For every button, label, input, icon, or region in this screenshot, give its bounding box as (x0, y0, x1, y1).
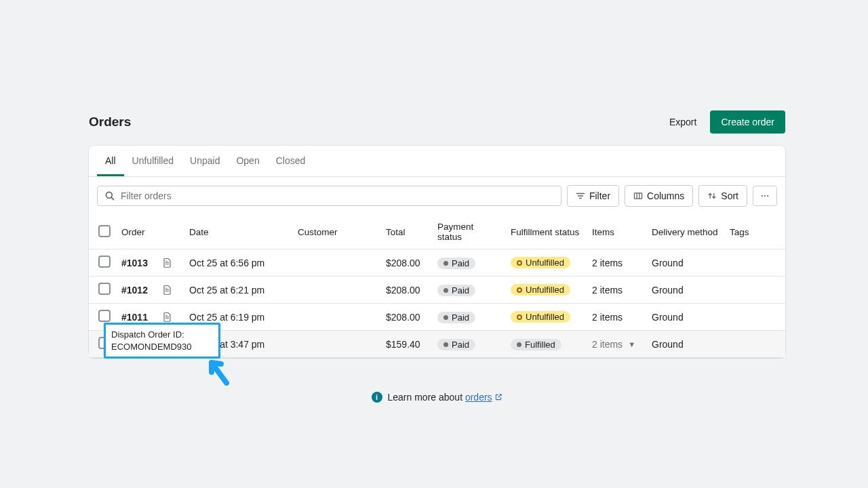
search-icon (104, 190, 115, 201)
cell-total: $208.00 (380, 277, 432, 304)
learn-more-link[interactable]: orders (465, 392, 492, 403)
controls-row: Filter Columns Sort (89, 177, 785, 215)
payment-badge: Paid (437, 339, 475, 350)
tooltip-line1: Dispatch Order ID: (111, 329, 213, 341)
items-cell: 2 items (592, 285, 623, 296)
select-all-checkbox[interactable] (98, 225, 111, 237)
cell-total: $208.00 (380, 304, 432, 331)
col-header-customer[interactable]: Customer (292, 215, 380, 249)
export-button[interactable]: Export (669, 117, 696, 127)
table-row[interactable]: #1012Oct 25 at 6:21 pm$208.00PaidUnfulfi… (89, 277, 785, 304)
fulfillment-badge: Unfulfilled (511, 257, 570, 268)
cell-date: Oct 25 at 6:56 pm (184, 249, 292, 277)
sort-icon (707, 191, 717, 201)
items-cell: 2 items (592, 312, 623, 323)
tab-closed[interactable]: Closed (268, 146, 314, 176)
tab-unfulfilled[interactable]: Unfulfilled (124, 146, 182, 176)
fulfillment-badge: Unfulfilled (511, 284, 570, 296)
columns-icon (633, 191, 643, 201)
table-header-row: Order Date Customer Total Payment status… (89, 215, 785, 249)
col-header-order[interactable]: Order (116, 215, 157, 249)
chevron-down-icon: ▼ (628, 340, 635, 348)
row-checkbox[interactable] (98, 310, 111, 322)
page-header: Orders Export Create order (89, 110, 785, 134)
tab-unpaid[interactable]: Unpaid (182, 146, 228, 176)
cell-total: $208.00 (380, 249, 432, 277)
dispatch-tooltip: Dispatch Order ID: ECOMONDEMD930 (104, 323, 220, 359)
cell-customer (292, 277, 380, 304)
search-wrap[interactable] (97, 186, 561, 206)
order-id-link[interactable]: #1011 (121, 312, 148, 323)
items-cell[interactable]: 2 items ▼ (592, 339, 635, 350)
filter-icon (576, 191, 585, 201)
cell-customer (292, 331, 380, 358)
note-icon[interactable] (162, 258, 178, 268)
learn-more-prefix: Learn more about (388, 392, 465, 403)
external-link-icon (494, 393, 502, 403)
annotation-arrow (208, 357, 231, 386)
cell-delivery: Ground (646, 331, 724, 358)
tooltip-line2: ECOMONDEMD930 (111, 341, 213, 353)
columns-button[interactable]: Columns (625, 185, 693, 207)
cell-customer (292, 249, 380, 277)
filter-label: Filter (589, 190, 610, 201)
filter-button[interactable]: Filter (567, 185, 619, 207)
cell-customer (292, 304, 380, 331)
row-checkbox[interactable] (98, 283, 111, 295)
col-header-delivery[interactable]: Delivery method (646, 215, 724, 249)
more-icon (760, 191, 770, 201)
svg-point-7 (767, 195, 768, 197)
svg-rect-2 (634, 193, 642, 199)
cell-delivery: Ground (646, 249, 724, 277)
row-checkbox[interactable] (98, 256, 111, 268)
col-header-fulfillment[interactable]: Fulfillment status (505, 215, 587, 249)
cell-delivery: Ground (646, 304, 724, 331)
order-id-link[interactable]: #1013 (121, 258, 148, 268)
columns-label: Columns (647, 190, 684, 201)
note-icon[interactable] (162, 312, 178, 322)
cell-delivery: Ground (646, 277, 724, 304)
create-order-button[interactable]: Create order (710, 110, 785, 134)
page-title: Orders (89, 115, 131, 129)
payment-badge: Paid (437, 312, 475, 323)
header-actions: Export Create order (669, 110, 785, 134)
table-row[interactable]: #1013Oct 25 at 6:56 pm$208.00PaidUnfulfi… (89, 249, 785, 277)
payment-badge: Paid (437, 285, 475, 296)
col-header-total[interactable]: Total (380, 215, 432, 249)
learn-more-row: i Learn more about orders (89, 358, 785, 412)
fulfillment-badge: Fulfilled (511, 339, 561, 350)
col-header-items[interactable]: Items (587, 215, 646, 249)
fulfillment-badge: Unfulfilled (511, 311, 570, 323)
tab-all[interactable]: All (97, 146, 124, 176)
svg-line-1 (111, 197, 113, 199)
sort-label: Sort (721, 190, 738, 201)
order-id-link[interactable]: #1012 (121, 285, 148, 296)
more-actions-button[interactable] (753, 186, 777, 206)
svg-point-5 (762, 195, 763, 197)
tab-open[interactable]: Open (228, 146, 267, 176)
sort-button[interactable]: Sort (698, 185, 747, 207)
payment-badge: Paid (437, 258, 475, 269)
search-input[interactable] (121, 190, 554, 201)
info-icon: i (372, 392, 382, 403)
svg-point-6 (764, 195, 766, 197)
cell-date: Oct 25 at 6:21 pm (184, 277, 292, 304)
note-icon[interactable] (162, 285, 178, 295)
col-header-tags[interactable]: Tags (724, 215, 785, 249)
col-header-payment[interactable]: Payment status (432, 215, 505, 249)
cell-total: $159.40 (380, 331, 432, 358)
col-header-date[interactable]: Date (184, 215, 292, 249)
tabs: All Unfulfilled Unpaid Open Closed (89, 146, 785, 177)
items-cell: 2 items (592, 258, 623, 268)
